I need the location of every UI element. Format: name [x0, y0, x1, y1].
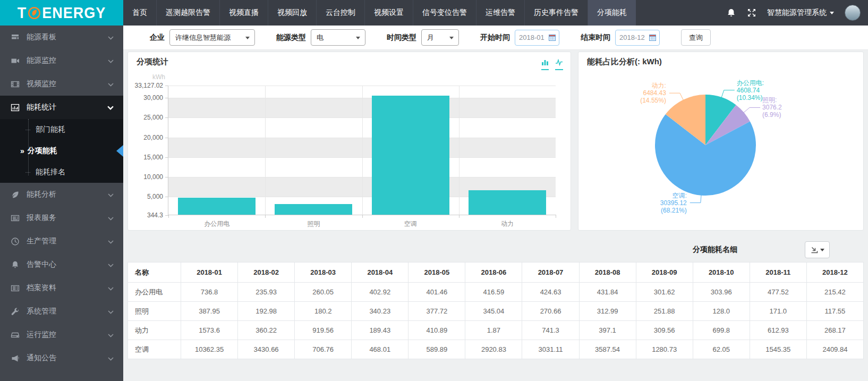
x-axis-tick	[556, 215, 556, 218]
sidebar-item-label: 生产管理	[27, 236, 56, 246]
time-type-select[interactable]: 月	[421, 29, 459, 46]
chevron-down-icon	[108, 56, 114, 65]
sidebar-item-alarm-center[interactable]: 告警中心	[0, 253, 123, 276]
grid-line-horizontal	[168, 177, 556, 177]
value-cell: 919.56	[295, 321, 352, 340]
end-time-input[interactable]	[619, 33, 647, 41]
clock-icon	[11, 237, 20, 246]
nav-item-video-live[interactable]: 视频直播	[219, 0, 268, 26]
table-header-row: 分项能耗名细	[127, 238, 864, 262]
bar-chart-toggle-icon[interactable]	[541, 58, 549, 70]
y-axis-tick	[165, 177, 168, 177]
line-chart-toggle-icon[interactable]	[555, 58, 563, 70]
company-label: 企业	[150, 33, 165, 43]
sidebar-item-dept-energy[interactable]: 部门能耗	[0, 119, 123, 140]
nav-item-telemetry-limit-alarm[interactable]: 遥测越限告警	[156, 0, 219, 26]
bell-icon[interactable]	[726, 8, 736, 18]
bar-1[interactable]	[178, 198, 256, 215]
energy-type-select[interactable]: 电	[311, 29, 365, 46]
sidebar-item-energy-analysis[interactable]: 能耗分析	[0, 183, 123, 206]
end-time-field	[615, 30, 660, 46]
top-bar: T ENERGY 首页 遥测越限告警 视频直播 视频回放 云台控制 视频设置 信…	[0, 0, 868, 26]
report-icon	[11, 214, 20, 223]
nav-item-sub-item-energy[interactable]: 分项能耗	[588, 0, 636, 26]
value-cell: 1280.73	[636, 340, 693, 359]
nav-item-ptz-control[interactable]: 云台控制	[316, 0, 364, 26]
brand-logo: T ENERGY	[0, 0, 123, 26]
query-button[interactable]: 查询	[681, 29, 711, 46]
pie-label-line	[669, 93, 684, 100]
nav-item-video-settings[interactable]: 视频设置	[364, 0, 413, 26]
nav-item-home[interactable]: 首页	[123, 0, 156, 26]
y-axis-tick-label: 344.3	[147, 211, 163, 219]
sidebar-item-sub-item-energy[interactable]: » 分项能耗	[0, 140, 123, 162]
y-axis-tick	[165, 197, 168, 197]
sidebar: 能源看板 能源监控 视频监控 能耗统计 部门能耗 » 分项能耗	[0, 26, 123, 381]
sidebar-item-runtime-monitoring[interactable]: 运行监控	[0, 323, 123, 346]
sidebar-item-energy-stats[interactable]: 能耗统计	[0, 96, 123, 119]
camera-icon	[11, 56, 20, 65]
value-cell: 612.93	[750, 321, 806, 340]
bar-chart-card: 分项统计 kWh 344.35,00010,00015,00020,00025,…	[127, 52, 571, 231]
sidebar-item-production-mgmt[interactable]: 生产管理	[0, 230, 123, 253]
value-cell: 699.8	[693, 321, 750, 340]
nav-item-signal-change-alarm[interactable]: 信号变位告警	[413, 0, 476, 26]
sidebar-subitem-label: 能耗排名	[36, 167, 65, 177]
sidebar-item-system-mgmt[interactable]: 系统管理	[0, 300, 123, 323]
main-content: 企业 许继信息智慧能源 能源类型 电 时间类型 月 开始时间 结束时间 查询	[123, 26, 868, 381]
x-axis-label: 动力	[459, 219, 556, 228]
avatar[interactable]	[845, 5, 861, 21]
export-icon	[811, 246, 818, 253]
fullscreen-icon[interactable]	[747, 8, 756, 18]
value-cell: 309.56	[636, 321, 693, 340]
value-cell: 3031.11	[522, 340, 579, 359]
active-marker-icon: »	[20, 147, 24, 155]
column-header: 2018-11	[750, 263, 806, 283]
table-row: 照明387.95192.98180.2340.23377.72345.04270…	[128, 302, 864, 321]
column-header: 2018-01	[181, 263, 238, 283]
export-button[interactable]	[805, 241, 830, 258]
bar-4[interactable]	[469, 190, 546, 215]
sidebar-item-label: 能源监控	[27, 56, 56, 65]
column-header: 2018-03	[295, 263, 352, 283]
filter-bar: 企业 许继信息智慧能源 能源类型 电 时间类型 月 开始时间 结束时间 查询	[123, 26, 868, 50]
film-icon	[11, 80, 20, 89]
sidebar-item-report-service[interactable]: 报表服务	[0, 206, 123, 230]
sidebar-item-label: 报表服务	[27, 213, 56, 223]
sidebar-item-energy-monitoring[interactable]: 能源监控	[0, 49, 123, 72]
value-cell: 468.01	[352, 340, 409, 359]
value-cell: 424.63	[522, 283, 579, 302]
chevron-down-icon	[108, 214, 114, 222]
grid-line-horizontal	[168, 117, 556, 118]
energy-detail-table: 名称2018-012018-022018-032018-042018-05201…	[127, 262, 864, 359]
leaf-icon	[11, 190, 20, 199]
energy-type-select-value: 电	[317, 33, 324, 43]
x-axis-label: 照明	[265, 219, 362, 228]
y-axis-tick-label: 30,000	[143, 94, 163, 101]
grid-line-horizontal	[168, 98, 556, 98]
nav-item-video-playback[interactable]: 视频回放	[268, 0, 316, 26]
system-menu[interactable]: 智慧能源管理系统	[767, 8, 834, 18]
sidebar-item-notifications[interactable]: 通知公告	[0, 346, 123, 370]
sidebar-item-video-monitoring[interactable]: 视频监控	[0, 72, 123, 96]
value-cell: 477.52	[750, 283, 806, 302]
sidebar-item-energy-ranking[interactable]: 能耗排名	[0, 162, 123, 183]
sidebar-item-label: 系统管理	[27, 307, 56, 316]
start-time-input[interactable]	[519, 33, 547, 41]
sidebar-item-energy-dashboard[interactable]: 能源看板	[0, 26, 123, 49]
company-select[interactable]: 许继信息智慧能源	[169, 29, 255, 46]
value-cell: 2920.83	[465, 340, 522, 359]
calendar-icon[interactable]	[549, 34, 556, 41]
nav-item-history-event-alarm[interactable]: 历史事件告警	[524, 0, 588, 26]
calendar-icon[interactable]	[649, 34, 656, 41]
column-header: 2018-05	[409, 263, 465, 283]
bar-2[interactable]	[275, 204, 352, 215]
bar-3[interactable]	[372, 96, 449, 215]
sidebar-item-label: 能耗统计	[27, 103, 56, 112]
bar-chart-icon	[11, 103, 20, 112]
sidebar-submenu: 部门能耗 » 分项能耗 能耗排名	[0, 119, 123, 183]
value-cell: 10362.35	[181, 340, 238, 359]
nav-item-ops-alarm[interactable]: 运维告警	[476, 0, 524, 26]
sidebar-item-archives[interactable]: 档案资料	[0, 276, 123, 300]
y-axis-tick	[165, 138, 168, 138]
